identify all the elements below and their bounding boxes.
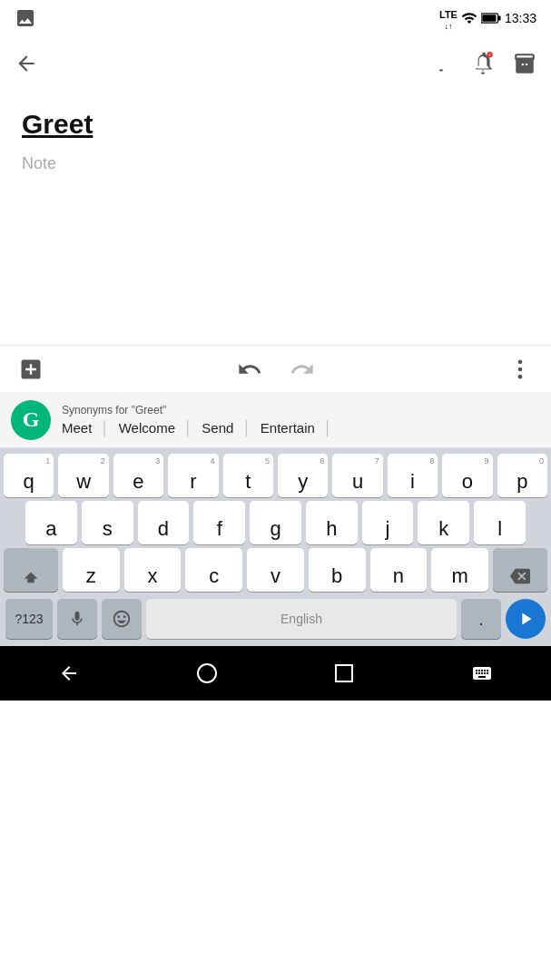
- suggestion-bar: G Synonyms for "Greet" Meet │ Welcome │ …: [0, 392, 551, 448]
- key-s[interactable]: s: [82, 501, 133, 544]
- nav-keyboard-button[interactable]: [471, 662, 493, 684]
- key-n[interactable]: n: [370, 548, 428, 592]
- nav-recents-button[interactable]: [333, 662, 355, 684]
- keyboard-toolbar: [0, 345, 551, 392]
- key-x[interactable]: x: [124, 548, 182, 592]
- nav-back-button[interactable]: [58, 662, 80, 684]
- svg-text:+: +: [488, 52, 491, 57]
- suggestion-word-meet[interactable]: Meet: [62, 420, 101, 436]
- reminder-button[interactable]: +: [471, 52, 495, 75]
- note-title[interactable]: Greet: [22, 109, 529, 140]
- space-label: English: [280, 612, 322, 626]
- svg-point-7: [518, 374, 523, 378]
- grammarly-icon[interactable]: G: [11, 400, 51, 440]
- status-bar: LTE ↓↑ 13:33: [0, 0, 551, 36]
- key-o[interactable]: 9o: [442, 454, 492, 497]
- key-q[interactable]: 1q: [4, 454, 54, 497]
- svg-rect-1: [498, 15, 501, 20]
- key-p[interactable]: 0p: [497, 454, 547, 497]
- status-icons: LTE ↓↑ 13:33: [439, 5, 536, 31]
- key-row-bottom: ?123 English .: [0, 595, 551, 646]
- battery-icon: [481, 12, 501, 24]
- key-l[interactable]: l: [474, 501, 526, 544]
- undo-button[interactable]: [237, 357, 262, 382]
- key-row-1: 1q 2w 3e 4r 5t 6y 7u 8i 9o 0p: [0, 454, 551, 497]
- key-a[interactable]: a: [25, 501, 77, 544]
- more-button[interactable]: [507, 357, 533, 382]
- mic-button[interactable]: [57, 599, 97, 639]
- key-c[interactable]: c: [185, 548, 242, 592]
- sym-label: ?123: [15, 612, 43, 626]
- action-bar-right: +: [429, 52, 536, 75]
- note-placeholder[interactable]: Note: [22, 154, 529, 173]
- key-k[interactable]: k: [418, 501, 469, 544]
- key-b[interactable]: b: [309, 548, 366, 592]
- key-z[interactable]: z: [63, 548, 120, 592]
- suggestion-label: Synonyms for "Greet": [62, 404, 341, 416]
- key-g[interactable]: g: [250, 501, 301, 544]
- sym-button[interactable]: ?123: [5, 599, 53, 639]
- grammarly-g-letter: G: [23, 407, 40, 432]
- sep-3: │: [242, 420, 251, 436]
- key-e[interactable]: 3e: [113, 454, 163, 497]
- suggestion-content: Synonyms for "Greet" Meet │ Welcome │ Se…: [62, 404, 341, 436]
- key-y[interactable]: 6y: [278, 454, 328, 497]
- back-button[interactable]: [15, 52, 38, 75]
- key-i[interactable]: 8i: [388, 454, 438, 497]
- key-row-2: a s d f g h j k l: [0, 501, 551, 544]
- suggestion-words: Meet │ Welcome │ Send │ Entertain │: [62, 420, 341, 436]
- pin-button[interactable]: [429, 52, 453, 75]
- keyboard: 1q 2w 3e 4r 5t 6y 7u 8i 9o 0p a s d f g …: [0, 448, 551, 646]
- photo-icon: [15, 7, 36, 29]
- signal-icon: [461, 10, 477, 26]
- redo-button[interactable]: [290, 357, 315, 382]
- lte-icon: LTE ↓↑: [439, 5, 458, 31]
- suggestion-word-entertain[interactable]: Entertain: [261, 420, 324, 436]
- emoji-button[interactable]: [102, 599, 142, 639]
- svg-point-6: [518, 367, 523, 371]
- key-v[interactable]: v: [247, 548, 304, 592]
- sep-1: │: [101, 420, 109, 436]
- svg-rect-2: [482, 15, 496, 22]
- nav-home-button[interactable]: [196, 662, 218, 684]
- undo-redo-group: [237, 357, 315, 382]
- archive-button[interactable]: [513, 52, 536, 75]
- add-button[interactable]: [18, 357, 44, 382]
- send-button[interactable]: [506, 599, 546, 639]
- suggestion-word-send[interactable]: Send: [202, 420, 242, 436]
- key-t[interactable]: 5t: [223, 454, 273, 497]
- key-j[interactable]: j: [362, 501, 414, 544]
- key-r[interactable]: 4r: [168, 454, 218, 497]
- key-f[interactable]: f: [193, 501, 245, 544]
- key-w[interactable]: 2w: [58, 454, 108, 497]
- key-d[interactable]: d: [138, 501, 190, 544]
- key-row-3: z x c v b n m: [0, 548, 551, 592]
- suggestion-word-welcome[interactable]: Welcome: [119, 420, 184, 436]
- sep-4: │: [324, 420, 332, 436]
- key-u[interactable]: 7u: [332, 454, 382, 497]
- svg-point-8: [198, 664, 216, 682]
- action-bar: +: [0, 36, 551, 91]
- note-content: Greet Note: [0, 91, 551, 345]
- sep-2: │: [184, 420, 192, 436]
- nav-bar: [0, 646, 551, 701]
- space-button[interactable]: English: [146, 599, 457, 639]
- clock: 13:33: [505, 11, 536, 25]
- svg-rect-9: [336, 665, 352, 681]
- shift-button[interactable]: [4, 548, 58, 592]
- period-label: .: [478, 609, 484, 630]
- period-button[interactable]: .: [461, 599, 501, 639]
- key-h[interactable]: h: [306, 501, 358, 544]
- delete-button[interactable]: [493, 548, 547, 592]
- key-m[interactable]: m: [431, 548, 488, 592]
- svg-point-5: [518, 359, 523, 364]
